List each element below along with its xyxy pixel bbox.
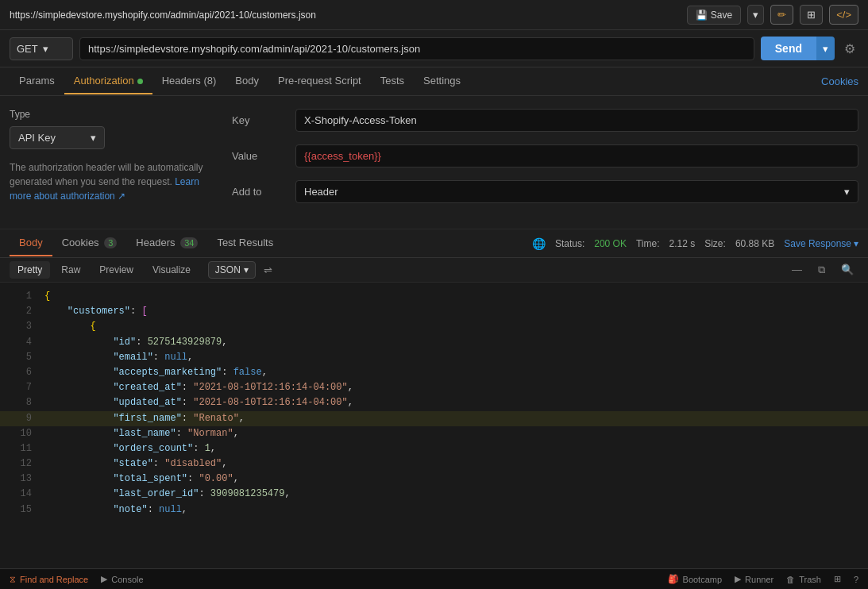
json-line-8: 8 "updated_at": "2021-08-10T12:16:14-04:…	[0, 395, 868, 410]
auth-note: The authorization header will be automat…	[10, 160, 219, 203]
time-value: 2.12 s	[669, 238, 696, 249]
bootcamp-icon: 🎒	[668, 574, 679, 584]
json-line-13: 13 "total_spent": "0.00",	[0, 472, 868, 487]
console-label: Console	[111, 575, 143, 584]
code-format-tabs-row: Pretty Raw Preview Visualize JSON ▾ ⇌ — …	[0, 258, 868, 283]
url-bar: GET ▾ Send ▾ ⚙	[0, 30, 868, 67]
response-tabs-row: Body Cookies 3 Headers 34 Test Results 🌐…	[0, 229, 868, 258]
send-chevron-button[interactable]: ▾	[816, 37, 835, 60]
top-bar-actions: 💾 Save ▾ ✏ ⊞ </>	[687, 5, 858, 25]
type-chevron-icon: ▾	[91, 132, 96, 144]
response-section: Body Cookies 3 Headers 34 Test Results 🌐…	[0, 229, 868, 568]
type-value: API Key	[18, 132, 56, 144]
help-button[interactable]: ?	[854, 575, 858, 584]
code-tab-preview[interactable]: Preview	[91, 261, 141, 279]
wrap-icon-button[interactable]: ⇌	[259, 262, 277, 279]
top-bar: https://simpledevstore.myshopify.com/adm…	[0, 0, 868, 30]
resp-tab-cookies[interactable]: Cookies 3	[52, 230, 127, 256]
status-value: 200 OK	[594, 238, 627, 249]
tab-tests[interactable]: Tests	[371, 68, 414, 94]
addto-label: Add to	[232, 186, 295, 198]
resp-status-row: 🌐 Status: 200 OK Time: 2.12 s Size: 60.8…	[532, 237, 858, 250]
json-line-10: 10 "last_name": "Norman",	[0, 426, 868, 441]
json-line-15: 15 "note": null,	[0, 502, 868, 518]
json-line-3: 3 {	[0, 319, 868, 334]
status-label: Status:	[555, 238, 584, 249]
find-replace-icon: ⧖	[10, 574, 16, 584]
cookies-badge: 3	[104, 237, 117, 248]
code-icon-button[interactable]: </>	[829, 5, 858, 25]
layout-bottom-button[interactable]: ⊞	[834, 574, 841, 584]
save-response-button[interactable]: Save Response ▾	[784, 238, 858, 249]
json-line-5: 5 "email": null,	[0, 350, 868, 365]
layout-icon-button[interactable]: ⊞	[800, 5, 823, 25]
json-line-7: 7 "created_at": "2021-08-10T12:16:14-04:…	[0, 380, 868, 395]
type-label: Type	[10, 109, 219, 120]
key-input[interactable]	[295, 109, 858, 132]
code-tab-pretty[interactable]: Pretty	[10, 261, 50, 279]
json-line-4: 4 "id": 5275143929879,	[0, 335, 868, 350]
tab-body[interactable]: Body	[226, 68, 268, 94]
json-line-1: 1 {	[0, 289, 868, 304]
code-icons-right: — ⧉ 🔍	[787, 261, 858, 279]
active-dot	[137, 79, 143, 84]
help-icon: ?	[854, 575, 858, 584]
method-select[interactable]: GET ▾	[10, 37, 73, 60]
value-field-row: Value	[232, 144, 858, 167]
value-input[interactable]	[295, 144, 858, 167]
copy-icon-button[interactable]: ⧉	[813, 261, 830, 279]
send-group: Send ▾	[761, 37, 835, 60]
code-tab-visualize[interactable]: Visualize	[145, 261, 199, 279]
addto-select[interactable]: Header ▾	[295, 180, 858, 203]
cookies-link[interactable]: Cookies	[821, 75, 858, 87]
trash-button[interactable]: 🗑 Trash	[786, 575, 821, 584]
value-label: Value	[232, 150, 295, 162]
trash-label: Trash	[799, 575, 821, 584]
runner-label: Runner	[745, 575, 773, 584]
save-button[interactable]: 💾 Save	[687, 6, 741, 25]
edit-icon-button[interactable]: ✏	[770, 5, 793, 25]
save-chevron-button[interactable]: ▾	[747, 5, 764, 25]
bootcamp-button[interactable]: 🎒 Bootcamp	[668, 574, 723, 584]
json-line-6: 6 "accepts_marketing": false,	[0, 365, 868, 380]
auth-right: Key Value Add to Header ▾	[232, 109, 858, 216]
json-line-11: 11 "orders_count": 1,	[0, 441, 868, 456]
auth-panel: Type API Key ▾ The authorization header …	[0, 96, 868, 229]
search-code-icon-button[interactable]: 🔍	[836, 261, 858, 279]
settings-icon-button[interactable]: ⚙	[841, 38, 858, 60]
collapse-icon-button[interactable]: —	[787, 261, 807, 279]
find-replace-button[interactable]: ⧖ Find and Replace	[10, 574, 88, 584]
url-input[interactable]	[79, 37, 754, 60]
size-value: 60.88 KB	[735, 238, 774, 249]
tab-params[interactable]: Params	[10, 68, 64, 94]
runner-icon: ▶	[735, 574, 741, 584]
json-line-9: 9 "first_name": "Renato",	[0, 411, 868, 426]
send-button[interactable]: Send	[761, 37, 816, 60]
tab-pre-request[interactable]: Pre-request Script	[268, 68, 371, 94]
save-response-chevron-icon: ▾	[854, 238, 858, 249]
format-label: JSON	[215, 264, 241, 275]
format-select[interactable]: JSON ▾	[208, 261, 256, 279]
trash-icon: 🗑	[786, 575, 795, 584]
runner-button[interactable]: ▶ Runner	[735, 574, 773, 584]
json-line-2: 2 "customers": [	[0, 304, 868, 319]
json-line-14: 14 "last_order_id": 3909081235479,	[0, 487, 868, 502]
top-bar-url: https://simpledevstore.myshopify.com/adm…	[10, 10, 316, 21]
console-button[interactable]: ▶ Console	[101, 574, 143, 584]
tab-authorization-label: Authorization	[74, 75, 134, 87]
addto-value: Header	[304, 186, 338, 198]
type-select[interactable]: API Key ▾	[10, 126, 105, 149]
resp-tab-headers[interactable]: Headers 34	[126, 230, 207, 256]
key-field-row: Key	[232, 109, 858, 132]
tab-authorization[interactable]: Authorization	[64, 68, 152, 94]
tab-headers[interactable]: Headers (8)	[152, 68, 226, 94]
json-content: 1 { 2 "customers": [ 3 { 4 "id": 5275143…	[0, 283, 868, 568]
addto-chevron-icon: ▾	[844, 186, 850, 198]
console-icon: ▶	[101, 574, 107, 584]
tab-settings[interactable]: Settings	[414, 68, 470, 94]
layout-bottom-icon: ⊞	[834, 574, 841, 584]
resp-tab-body[interactable]: Body	[10, 230, 52, 256]
auth-left: Type API Key ▾ The authorization header …	[10, 109, 232, 216]
resp-tab-test-results[interactable]: Test Results	[207, 230, 283, 256]
code-tab-raw[interactable]: Raw	[53, 261, 88, 279]
